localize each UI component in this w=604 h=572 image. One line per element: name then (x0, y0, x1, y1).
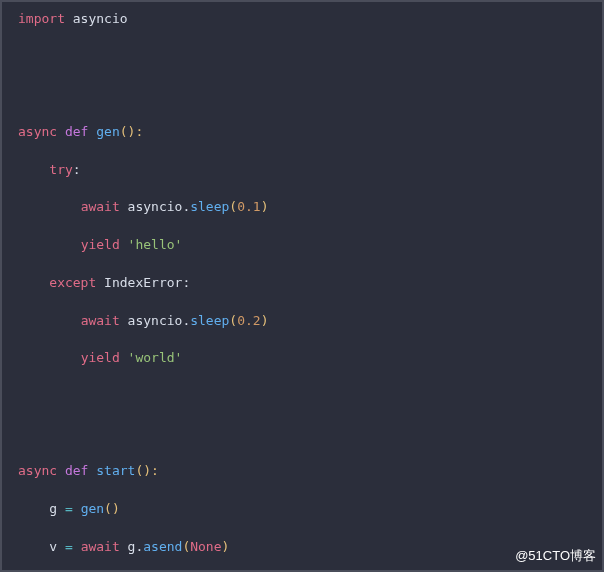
module-ref: asyncio (128, 313, 183, 328)
keyword-yield: yield (81, 350, 120, 365)
function-call: gen (81, 501, 104, 516)
operator: = (57, 501, 80, 516)
keyword-import: import (18, 11, 65, 26)
paren-open: ( (229, 313, 237, 328)
keyword-async: async (18, 124, 57, 139)
keyword-def: def (65, 463, 88, 478)
operator: = (57, 539, 80, 554)
parens: (): (120, 124, 143, 139)
watermark-text: @51CTO博客 (515, 547, 596, 566)
module-name: asyncio (73, 11, 128, 26)
colon: : (73, 162, 81, 177)
colon: : (182, 275, 190, 290)
python-code: import asyncio async def gen(): try: awa… (18, 10, 586, 572)
keyword-await: await (81, 313, 120, 328)
string-literal: 'hello' (128, 237, 183, 252)
keyword-async: async (18, 463, 57, 478)
code-block: import asyncio async def gen(): try: awa… (0, 0, 604, 572)
keyword-await: await (81, 199, 120, 214)
keyword-await: await (81, 539, 120, 554)
none-literal: None (190, 539, 221, 554)
function-name: gen (96, 124, 119, 139)
keyword-def: def (65, 124, 88, 139)
parens: (): (135, 463, 158, 478)
keyword-except: except (49, 275, 96, 290)
parens: () (104, 501, 120, 516)
number-literal: 0.2 (237, 313, 260, 328)
variable: v (49, 539, 57, 554)
variable: g (49, 501, 57, 516)
function-name: start (96, 463, 135, 478)
paren-close: ) (261, 313, 269, 328)
string-literal: 'world' (128, 350, 183, 365)
function-call: asend (143, 539, 182, 554)
keyword-yield: yield (81, 237, 120, 252)
paren-close: ) (222, 539, 230, 554)
function-call: sleep (190, 313, 229, 328)
keyword-try: try (49, 162, 72, 177)
function-call: sleep (190, 199, 229, 214)
paren-open: ( (229, 199, 237, 214)
exception-name: IndexError (104, 275, 182, 290)
module-ref: asyncio (128, 199, 183, 214)
paren-close: ) (261, 199, 269, 214)
number-literal: 0.1 (237, 199, 260, 214)
